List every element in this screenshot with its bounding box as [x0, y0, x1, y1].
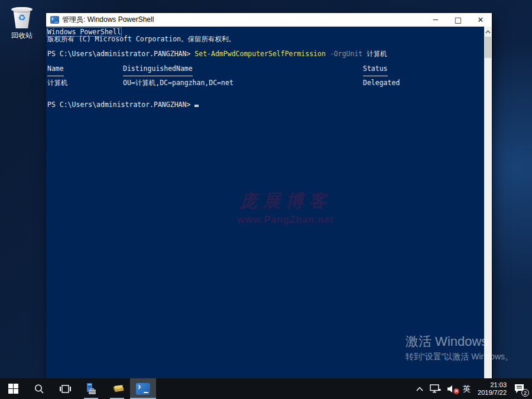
chevron-up-icon — [416, 387, 423, 391]
recycle-bin-rim — [11, 7, 33, 12]
vertical-scrollbar[interactable] — [484, 27, 492, 378]
desktop: ♻ 回收站 管理员: Windows PowerShell ─ □ ✕ Wind… — [0, 0, 532, 399]
cell-status: Delegated — [363, 79, 482, 86]
title-bar[interactable]: 管理员: Windows PowerShell ─ □ ✕ — [46, 13, 492, 27]
maximize-button[interactable]: □ — [447, 13, 469, 27]
cell-distinguishedname: OU=计算机,DC=pangzhan,DC=net — [123, 79, 363, 86]
text-cursor — [194, 105, 199, 107]
search-icon — [34, 384, 44, 394]
search-button[interactable] — [26, 378, 52, 399]
recycle-bin-icon: ♻ — [11, 6, 33, 30]
current-prompt-line: PS C:\Users\administrator.PANGZHAN> — [47, 101, 482, 108]
table-row: 计算机 OU=计算机,DC=pangzhan,DC=net Delegated — [47, 79, 482, 86]
task-view-button[interactable] — [52, 378, 78, 399]
task-view-icon — [60, 384, 71, 394]
windows-logo-icon — [8, 384, 18, 394]
powershell-window: 管理员: Windows PowerShell ─ □ ✕ Windows Po… — [46, 13, 492, 378]
network-status-button[interactable] — [426, 378, 444, 399]
clock[interactable]: 21:03 2019/7/22 — [473, 378, 511, 399]
recycle-symbol-icon: ♻ — [11, 13, 33, 22]
powershell-icon — [136, 383, 150, 395]
server-manager-icon — [85, 382, 98, 395]
column-header-status: Status — [363, 65, 388, 76]
action-center-button[interactable]: 2 — [511, 378, 528, 399]
column-header-name: Name — [47, 65, 64, 76]
column-header-distinguishedname: DistinguishedName — [123, 65, 193, 76]
prompt-text: PS C:\Users\administrator.PANGZHAN> — [47, 100, 190, 109]
start-button[interactable] — [0, 378, 26, 399]
taskbar: ✕ 英 21:03 2019/7/22 2 — [0, 378, 532, 399]
recycle-bin[interactable]: ♻ 回收站 — [6, 6, 38, 41]
powershell-taskbar-button[interactable] — [130, 378, 156, 399]
scrollbar-thumb[interactable] — [485, 37, 491, 58]
minimize-button[interactable]: ─ — [424, 13, 447, 27]
parameter-name: -OrgUnit — [330, 50, 362, 58]
close-button[interactable]: ✕ — [469, 13, 492, 27]
tray-time: 21:03 — [478, 381, 507, 389]
tray-date: 2019/7/22 — [478, 389, 507, 397]
prompt-text: PS C:\Users\administrator.PANGZHAN> — [47, 50, 190, 58]
scroll-up-arrow-icon[interactable] — [484, 28, 492, 35]
recycle-bin-label: 回收站 — [6, 31, 38, 41]
parameter-argument: 计算机 — [366, 50, 387, 58]
notification-count-badge: 2 — [521, 389, 529, 397]
console-output[interactable]: Windows PowerShell 版权所有 (C) Microsoft Co… — [46, 27, 492, 378]
gold-box-app-button[interactable] — [104, 378, 130, 399]
console-banner-line2: 版权所有 (C) Microsoft Corporation。保留所有权利。 — [47, 35, 482, 43]
command-line: PS C:\Users\administrator.PANGZHAN>Set-A… — [47, 50, 482, 57]
cmdlet-name: Set-AdmPwdComputerSelfPermission — [194, 50, 326, 58]
gold-box-icon — [110, 384, 124, 394]
network-ethernet-icon — [429, 384, 441, 394]
window-title: 管理员: Windows PowerShell — [62, 15, 154, 25]
table-header-row: Name DistinguishedName Status — [47, 64, 482, 79]
cell-name: 计算机 — [47, 79, 123, 86]
server-manager-button[interactable] — [78, 378, 104, 399]
mute-x-badge: ✕ — [453, 388, 459, 394]
powershell-icon — [50, 16, 59, 24]
input-language-indicator[interactable]: 英 — [460, 378, 473, 399]
show-hidden-icons-button[interactable] — [413, 378, 426, 399]
system-tray: ✕ 英 21:03 2019/7/22 2 — [413, 378, 532, 399]
volume-button[interactable]: ✕ — [444, 378, 460, 399]
